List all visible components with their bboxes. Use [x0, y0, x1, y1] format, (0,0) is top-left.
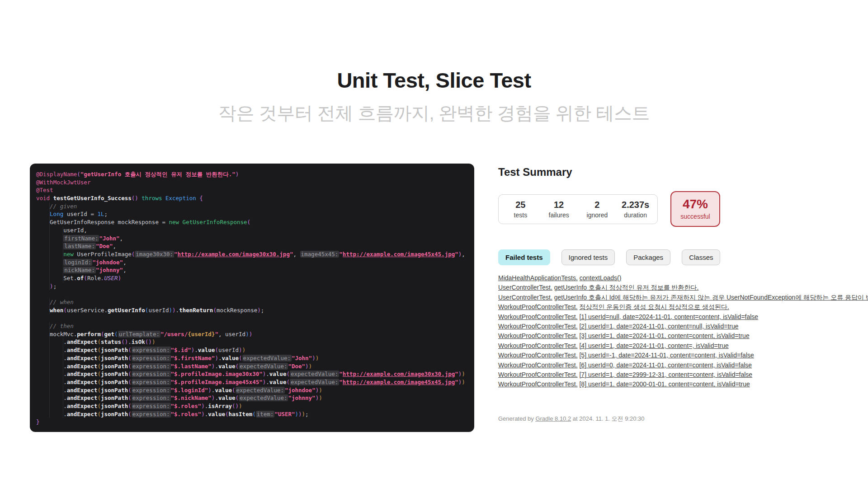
test-summary-section: Test Summary 25tests12failures2ignored2.… [498, 164, 860, 423]
failed-test-row: MidaHealthApplicationTests. contextLoads… [498, 273, 860, 283]
code-line: Set.of(Role.USER) [36, 274, 468, 282]
failed-test-row: WorkoutProofControllerTest. [3] userId=1… [498, 331, 860, 341]
failed-test-row: UserControllerTest. getUserInfo 호출시 정상적인… [498, 283, 860, 292]
failed-tests-list: MidaHealthApplicationTests. contextLoads… [498, 273, 860, 389]
stat-value: 2.237s [616, 200, 655, 210]
test-name-link[interactable]: [1] userId=null, date=2024-11-01, conten… [579, 313, 758, 320]
page-header: Unit Test, Slice Test 작은 것부터 전체 흐름까지, 완벽… [0, 68, 868, 126]
code-line: .andExpect(jsonPath(expression:"$.roles"… [36, 402, 468, 410]
code-line: // when [36, 298, 468, 306]
footer-text: Generated by [498, 415, 534, 422]
code-line: .andExpect(jsonPath(expression:"$.profil… [36, 370, 468, 378]
failed-test-row: WorkoutProofControllerTest. [4] userId=1… [498, 341, 860, 351]
test-name-link[interactable]: contextLoads() [580, 274, 622, 282]
failed-test-row: WorkoutProofControllerTest. [1] userId=n… [498, 312, 860, 322]
code-line: @Test [36, 186, 468, 194]
failed-test-row: WorkoutProofControllerTest. [7] userId=1… [498, 370, 860, 380]
code-line: GetUserInfoResponse mockResponse = new G… [36, 218, 468, 226]
code-line: @DisplayName("getUserInfo 호출시 정상적인 유저 정보… [36, 170, 468, 178]
code-snippet-panel: @DisplayName("getUserInfo 호출시 정상적인 유저 정보… [30, 164, 474, 432]
test-class-link[interactable]: WorkoutProofControllerTest. [498, 371, 578, 378]
code-line: .andExpect(jsonPath(expression:"$.loginI… [36, 386, 468, 394]
code-line [36, 314, 468, 322]
failed-test-row: UserControllerTest. getUserInfo 호출시 Id에 … [498, 293, 860, 302]
code-line: .andExpect(jsonPath(expression:"$.roles"… [36, 410, 468, 418]
code-line: .andExpect(status().isOk()) [36, 338, 468, 346]
success-rate-card: 47% successful [670, 191, 720, 227]
tab-failed-tests[interactable]: Failed tests [498, 249, 550, 265]
code-line: userId, [36, 226, 468, 235]
stat-value: 12 [540, 200, 578, 210]
page-title: Unit Test, Slice Test [0, 68, 868, 93]
code-line: .andExpect(jsonPath(expression:"$.nickNa… [36, 394, 468, 402]
stat-value: 25 [501, 200, 540, 210]
code-line: void testGetUserInfo_Success() throws Ex… [36, 194, 468, 202]
test-class-link[interactable]: WorkoutProofControllerTest. [498, 361, 578, 369]
report-footer: Generated by Gradle 8.10.2 at 2024. 11. … [498, 415, 860, 423]
failed-test-row: WorkoutProofControllerTest. [8] userId=1… [498, 380, 860, 389]
tab-classes[interactable]: Classes [682, 249, 720, 265]
summary-heading: Test Summary [498, 166, 860, 178]
failed-test-row: WorkoutProofControllerTest. [6] userId=0… [498, 361, 860, 370]
failed-test-row: WorkoutProofControllerTest. [2] userId=1… [498, 322, 860, 331]
test-name-link[interactable]: [2] userId=1, date=2024-11-01, content=n… [579, 323, 738, 330]
test-name-link[interactable]: [6] userId=0, date=2024-11-01, content=c… [579, 361, 752, 369]
report-tabs: Failed testsIgnored testsPackagesClasses [498, 249, 860, 265]
code-line: Long userId = 1L; [36, 210, 468, 218]
failed-test-row: WorkoutProofControllerTest. [5] userId=-… [498, 351, 860, 360]
stat-label: ignored [578, 211, 617, 219]
test-class-link[interactable]: UserControllerTest. [498, 294, 552, 301]
stat-ignored: 2ignored [578, 200, 617, 219]
code-line: // then [36, 322, 468, 330]
tab-packages[interactable]: Packages [626, 249, 670, 265]
test-class-link[interactable]: UserControllerTest. [498, 284, 552, 291]
test-name-link[interactable]: [7] userId=1, date=2999-12-31, content=c… [579, 371, 752, 378]
code-line: lastName:"Doe", [36, 242, 468, 250]
test-class-link[interactable]: WorkoutProofControllerTest. [498, 352, 578, 359]
test-name-link[interactable]: [3] userId=1, date=2024-11-01, content=c… [579, 332, 749, 339]
code-line: .andExpect(jsonPath(expression:"$.profil… [36, 378, 468, 386]
stat-label: failures [540, 211, 578, 219]
stat-failures: 12failures [540, 200, 578, 219]
success-rate-value: 47% [671, 197, 719, 211]
stat-label: tests [501, 211, 540, 219]
code-line: firstName:"John", [36, 235, 468, 243]
stat-label: duration [616, 211, 655, 219]
code-line: mockMvc.perform(get(urlTemplate:"/users/… [36, 330, 468, 338]
code-line: // given [36, 202, 468, 211]
test-class-link[interactable]: WorkoutProofControllerTest. [498, 313, 578, 320]
stat-tests: 25tests [501, 200, 540, 219]
code-line: .andExpect(jsonPath(expression:"$.lastNa… [36, 362, 468, 371]
code-line: new UserProfileImage(image30x30:"http://… [36, 250, 468, 258]
stat-duration: 2.237sduration [616, 200, 655, 219]
test-name-link[interactable]: getUserInfo 호출시 정상적인 유저 정보를 반환한다. [554, 284, 699, 291]
footer-timestamp: at 2024. 11. 1. 오전 9:20:30 [573, 415, 645, 422]
test-name-link[interactable]: getUserInfo 호출시 Id에 해당하는 유저가 존재하지 않는 경우 … [554, 294, 868, 301]
test-name-link[interactable]: 정상적인 운동인증 생성 요청시 정상적으로 생성된다. [579, 303, 729, 310]
report-page: Unit Test, Slice Test 작은 것부터 전체 흐름까지, 완벽… [0, 0, 868, 488]
code-line [36, 290, 468, 298]
test-name-link[interactable]: [5] userId=-1, date=2024-11-01, content=… [579, 352, 754, 359]
test-class-link[interactable]: WorkoutProofControllerTest. [498, 332, 578, 339]
code-line: .andExpect(jsonPath(expression:"$.id").v… [36, 346, 468, 354]
test-class-link[interactable]: WorkoutProofControllerTest. [498, 323, 578, 330]
test-class-link[interactable]: MidaHealthApplicationTests. [498, 274, 578, 282]
code-line: nickName:"johnny", [36, 266, 468, 274]
gradle-version-link[interactable]: Gradle 8.10.2 [535, 415, 571, 422]
failed-test-row: WorkoutProofControllerTest. 정상적인 운동인증 생성… [498, 302, 860, 312]
code-line: loginId:"johndoe", [36, 258, 468, 267]
stat-value: 2 [578, 200, 617, 210]
summary-cards: 25tests12failures2ignored2.237sduration … [498, 191, 860, 227]
success-rate-label: successful [671, 213, 719, 220]
test-name-link[interactable]: [8] userId=1, date=2000-01-01, content=c… [579, 380, 750, 388]
code-line: .andExpect(jsonPath(expression:"$.firstN… [36, 354, 468, 362]
code-line: } [36, 418, 468, 426]
tab-ignored-tests[interactable]: Ignored tests [561, 249, 615, 265]
code-line: ); [36, 282, 468, 291]
stats-card: 25tests12failures2ignored2.237sduration [498, 194, 658, 224]
test-class-link[interactable]: WorkoutProofControllerTest. [498, 303, 578, 310]
test-name-link[interactable]: [4] userId=1, date=2024-11-01, content=,… [579, 342, 728, 349]
test-class-link[interactable]: WorkoutProofControllerTest. [498, 342, 578, 349]
test-class-link[interactable]: WorkoutProofControllerTest. [498, 380, 578, 388]
page-subtitle: 작은 것부터 전체 흐름까지, 완벽한 경험을 위한 테스트 [0, 101, 868, 126]
